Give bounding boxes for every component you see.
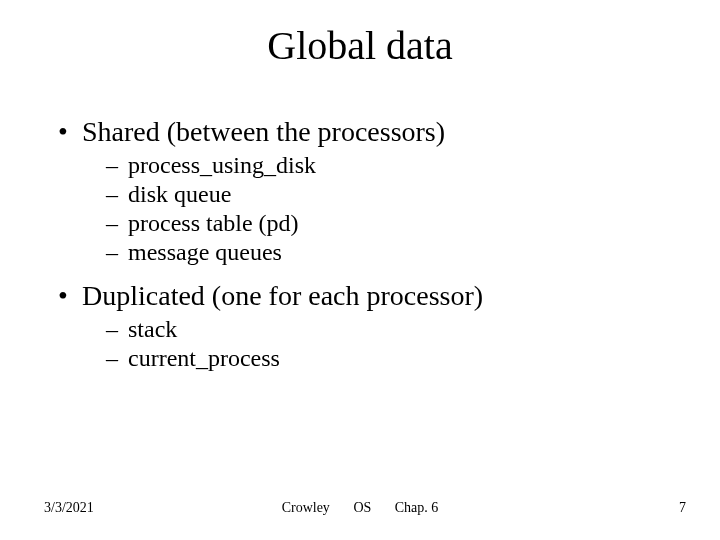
- footer-author: Crowley: [282, 500, 330, 515]
- bullet-icon: •: [58, 280, 82, 312]
- dash-icon: –: [106, 316, 128, 343]
- footer-course: OS: [353, 500, 371, 515]
- dash-icon: –: [106, 210, 128, 237]
- subitem: – process table (pd): [106, 210, 680, 237]
- subitem-text: process table (pd): [128, 210, 299, 237]
- footer-chapter: Chap. 6: [395, 500, 439, 515]
- subitem: – current_process: [106, 345, 680, 372]
- subitem: – process_using_disk: [106, 152, 680, 179]
- footer-page-number: 7: [679, 500, 686, 516]
- bullet-icon: •: [58, 116, 82, 148]
- dash-icon: –: [106, 181, 128, 208]
- dash-icon: –: [106, 239, 128, 266]
- dash-icon: –: [106, 152, 128, 179]
- subitem-text: disk queue: [128, 181, 231, 208]
- subitem: – disk queue: [106, 181, 680, 208]
- sublist-shared: – process_using_disk – disk queue – proc…: [106, 152, 680, 266]
- footer-center: Crowley OS Chap. 6: [0, 500, 720, 516]
- slide-title: Global data: [0, 22, 720, 69]
- sublist-duplicated: – stack – current_process: [106, 316, 680, 372]
- bullet-shared: • Shared (between the processors): [58, 116, 680, 148]
- subitem-text: stack: [128, 316, 177, 343]
- bullet-text: Duplicated (one for each processor): [82, 280, 483, 312]
- subitem: – message queues: [106, 239, 680, 266]
- dash-icon: –: [106, 345, 128, 372]
- subitem: – stack: [106, 316, 680, 343]
- slide: Global data • Shared (between the proces…: [0, 0, 720, 540]
- bullet-text: Shared (between the processors): [82, 116, 445, 148]
- slide-content: • Shared (between the processors) – proc…: [58, 110, 680, 386]
- bullet-duplicated: • Duplicated (one for each processor): [58, 280, 680, 312]
- subitem-text: message queues: [128, 239, 282, 266]
- subitem-text: current_process: [128, 345, 280, 372]
- subitem-text: process_using_disk: [128, 152, 316, 179]
